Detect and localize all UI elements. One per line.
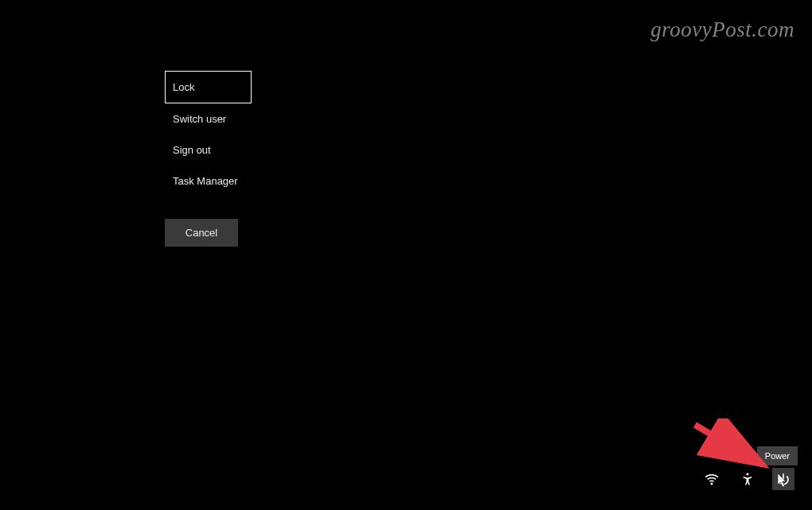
- power-icon: [777, 473, 790, 485]
- menu-item-label: Switch user: [173, 113, 226, 125]
- security-options-menu: Lock Switch user Sign out Task Manager C…: [165, 71, 324, 247]
- wifi-button[interactable]: [701, 468, 723, 490]
- power-tooltip: Power: [757, 446, 798, 465]
- watermark-text: groovyPost.com: [650, 18, 794, 42]
- menu-item-task-manager[interactable]: Task Manager: [165, 165, 324, 197]
- accessibility-button[interactable]: [736, 468, 759, 490]
- menu-item-sign-out[interactable]: Sign out: [165, 134, 324, 165]
- power-button[interactable]: [772, 468, 794, 490]
- svg-point-0: [711, 483, 712, 485]
- menu-item-switch-user[interactable]: Switch user: [165, 103, 324, 134]
- menu-item-label: Sign out: [173, 144, 211, 156]
- cancel-button[interactable]: Cancel: [165, 219, 238, 247]
- bottom-icon-tray: [701, 468, 794, 490]
- svg-line-4: [695, 425, 759, 462]
- accessibility-icon: [740, 472, 755, 486]
- menu-item-label: Lock: [173, 81, 194, 93]
- menu-item-label: Task Manager: [173, 175, 238, 187]
- wifi-icon: [705, 472, 719, 486]
- menu-item-lock[interactable]: Lock: [165, 71, 252, 103]
- svg-point-1: [747, 473, 749, 476]
